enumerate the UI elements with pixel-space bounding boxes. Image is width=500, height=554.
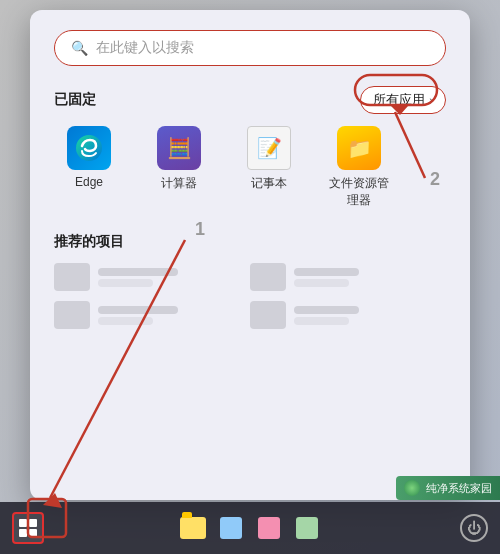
rec-thumb-1 bbox=[54, 263, 90, 291]
taskbar-right: ⏻ bbox=[460, 514, 488, 542]
rec-text-4 bbox=[294, 306, 359, 325]
recommended-title: 推荐的项目 bbox=[54, 233, 446, 251]
pinned-header: 已固定 所有应用 › bbox=[54, 86, 446, 114]
rec-line bbox=[98, 268, 178, 276]
chevron-right-icon: › bbox=[429, 94, 433, 106]
rec-item-3[interactable] bbox=[54, 301, 234, 329]
rec-text-2 bbox=[294, 268, 359, 287]
rec-thumb-2 bbox=[250, 263, 286, 291]
rec-thumb-3 bbox=[54, 301, 90, 329]
all-apps-button[interactable]: 所有应用 › bbox=[360, 86, 446, 114]
taskbar-left bbox=[12, 512, 44, 544]
watermark-text: 纯净系统家园 bbox=[426, 481, 492, 496]
pinned-apps-row: Edge 🧮 计算器 📝 记事本 📁 文件资源管理器 bbox=[54, 126, 446, 209]
app-item-calculator[interactable]: 🧮 计算器 bbox=[144, 126, 214, 209]
rec-line bbox=[294, 306, 359, 314]
rec-text-3 bbox=[98, 306, 178, 325]
explorer-label: 文件资源管理器 bbox=[324, 175, 394, 209]
taskbar-app2-icon bbox=[258, 517, 280, 539]
taskbar-icon-3[interactable] bbox=[293, 514, 321, 542]
calc-icon: 🧮 bbox=[157, 126, 201, 170]
start-menu: 🔍 在此键入以搜索 已固定 所有应用 › bbox=[30, 10, 470, 500]
recommended-items bbox=[54, 263, 446, 329]
notepad-label: 记事本 bbox=[251, 175, 287, 192]
search-icon: 🔍 bbox=[71, 40, 88, 56]
calc-label: 计算器 bbox=[161, 175, 197, 192]
taskbar-center bbox=[179, 514, 321, 542]
app-item-explorer[interactable]: 📁 文件资源管理器 bbox=[324, 126, 394, 209]
rec-item-2[interactable] bbox=[250, 263, 430, 291]
rec-item-1[interactable] bbox=[54, 263, 234, 291]
rec-line bbox=[98, 317, 153, 325]
taskbar-explorer-icon bbox=[180, 517, 206, 539]
edge-icon bbox=[67, 126, 111, 170]
rec-line bbox=[98, 279, 153, 287]
watermark: 纯净系统家园 bbox=[396, 476, 500, 500]
taskbar-icon-explorer[interactable] bbox=[179, 514, 207, 542]
taskbar-app3-icon bbox=[296, 517, 318, 539]
rec-item-4[interactable] bbox=[250, 301, 430, 329]
pinned-title: 已固定 bbox=[54, 91, 96, 109]
rec-text-1 bbox=[98, 268, 178, 287]
app-item-edge[interactable]: Edge bbox=[54, 126, 124, 209]
explorer-icon: 📁 bbox=[337, 126, 381, 170]
rec-row-1 bbox=[54, 263, 446, 291]
start-button[interactable] bbox=[12, 512, 44, 544]
edge-label: Edge bbox=[75, 175, 103, 189]
recommended-section: 推荐的项目 bbox=[54, 233, 446, 329]
taskbar-icon-1[interactable] bbox=[217, 514, 245, 542]
desktop: 🔍 在此键入以搜索 已固定 所有应用 › bbox=[0, 0, 500, 554]
taskbar-icon-2[interactable] bbox=[255, 514, 283, 542]
search-bar[interactable]: 🔍 在此键入以搜索 bbox=[54, 30, 446, 66]
search-placeholder: 在此键入以搜索 bbox=[96, 39, 194, 57]
taskbar-app1-icon bbox=[220, 517, 242, 539]
taskbar: ⏻ bbox=[0, 502, 500, 554]
power-button[interactable]: ⏻ bbox=[460, 514, 488, 542]
rec-line bbox=[294, 317, 349, 325]
rec-line bbox=[98, 306, 178, 314]
rec-thumb-4 bbox=[250, 301, 286, 329]
notepad-icon: 📝 bbox=[247, 126, 291, 170]
app-item-notepad[interactable]: 📝 记事本 bbox=[234, 126, 304, 209]
rec-line bbox=[294, 279, 349, 287]
rec-line bbox=[294, 268, 359, 276]
windows-logo-icon bbox=[19, 519, 37, 537]
watermark-globe-icon bbox=[404, 480, 420, 496]
rec-row-2 bbox=[54, 301, 446, 329]
power-icon: ⏻ bbox=[467, 520, 481, 536]
